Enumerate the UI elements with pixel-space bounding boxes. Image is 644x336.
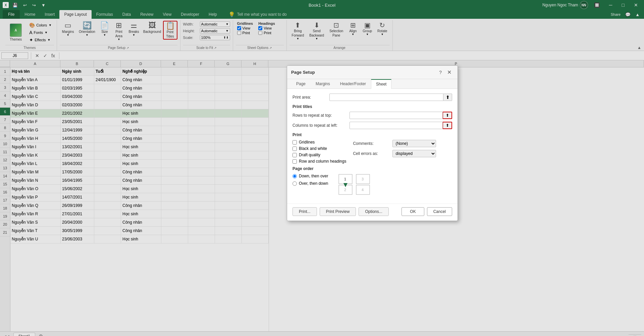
down-then-over-radio[interactable] — [292, 174, 297, 178]
comments-select[interactable]: (None) — [392, 140, 436, 147]
gridlines-option-label: Gridlines — [299, 140, 315, 145]
dialog-footer: Print... Print Preview Options... OK Can… — [287, 204, 458, 221]
print-selects: Co​mments: (None) Cell errors as: displa… — [353, 140, 436, 164]
cell-errors-row: Cell errors as: displayed — [353, 150, 436, 157]
rows-repeat-input[interactable] — [350, 112, 443, 119]
dialog-tab-header-footer[interactable]: Header/Footer — [335, 79, 371, 89]
dialog-title-bar: Page Setup ? ✕ — [287, 66, 458, 79]
comments-row: Co​mments: (None) — [353, 140, 436, 147]
dialog-tabs: Page Margins Header/Footer Sheet — [287, 79, 458, 89]
bw-option-label: Black and white — [299, 146, 327, 151]
dialog-title-text: Page Setup — [291, 70, 315, 75]
page-order-svg: 1 3 2 4 — [338, 174, 372, 195]
print-area-input[interactable] — [329, 94, 443, 101]
print-area-collapse-button[interactable]: ⬆ — [443, 94, 452, 101]
print-titles-section: Print titles Rows to repeat at top: ⬆ Co… — [292, 104, 452, 129]
dialog-title-buttons: ? ✕ — [437, 68, 453, 76]
cols-repeat-input[interactable] — [350, 122, 443, 129]
bw-option-row: Black and white — [292, 146, 346, 151]
svg-text:4: 4 — [362, 188, 364, 192]
print-area-input-group: ⬆ — [329, 94, 452, 101]
cell-errors-label: Cell errors as: — [353, 151, 390, 156]
print-area-row: Print area: ⬆ — [292, 94, 452, 101]
over-then-down-label: Over, then down — [299, 181, 328, 186]
print-section-title: Print — [292, 132, 452, 137]
svg-text:1: 1 — [344, 177, 346, 181]
draft-option-label: Draft quality — [299, 153, 320, 157]
print-options-area: Gridlines Black and white Draft quality — [292, 140, 452, 164]
print-preview-button[interactable]: Print Preview — [320, 207, 356, 216]
comments-label: Co​mments: — [353, 141, 390, 146]
gridlines-checkbox[interactable] — [292, 140, 297, 145]
rows-repeat-collapse-button[interactable]: ⬆ — [443, 112, 452, 119]
svg-text:3: 3 — [362, 177, 364, 181]
row-col-headings-label: Row and column headings — [299, 159, 346, 164]
over-then-down-radio[interactable] — [292, 181, 297, 186]
print-section: Print Gridlines Black and white — [292, 132, 452, 164]
over-then-down-row: Over, then down — [292, 181, 328, 186]
print-button[interactable]: Print... — [292, 207, 317, 216]
options-button[interactable]: Options... — [359, 207, 388, 216]
dialog-overlay: Page Setup ? ✕ Page Margins Header/Foote… — [0, 0, 644, 336]
rows-repeat-input-group: ⬆ — [350, 112, 452, 119]
down-then-over-label: Down, then over — [299, 174, 328, 178]
print-checkboxes: Gridlines Black and white Draft quality — [292, 140, 346, 164]
page-order-diagram: 1 3 2 4 — [338, 174, 372, 196]
cols-repeat-input-group: ⬆ — [350, 122, 452, 129]
dialog-footer-left: Print... Print Preview Options... — [292, 207, 399, 216]
dialog-close-button[interactable]: ✕ — [445, 68, 453, 76]
dialog-body: Print area: ⬆ Print titles Rows to repea… — [287, 89, 458, 201]
cancel-button[interactable]: Cancel — [427, 207, 452, 216]
cols-to-repeat-row: Columns to repeat at left: ⬆ — [292, 122, 452, 129]
down-then-over-row: Down, then over — [292, 174, 328, 178]
page-order-section: Page order Down, then over Over, then do… — [292, 166, 452, 196]
cols-repeat-collapse-button[interactable]: ⬆ — [443, 122, 452, 129]
row-col-headings-checkbox[interactable] — [292, 159, 297, 164]
page-setup-dialog: Page Setup ? ✕ Page Margins Header/Foote… — [287, 65, 458, 221]
row-col-headings-row: Row and column headings — [292, 159, 346, 164]
page-order-section-title: Page order — [292, 166, 452, 171]
cols-repeat-label: Columns to repeat at left: — [292, 123, 350, 128]
cell-errors-select[interactable]: displayed — [392, 150, 436, 157]
svg-text:2: 2 — [344, 188, 346, 192]
gridlines-option-row: Gridlines — [292, 140, 346, 145]
page-order-radio-group: Down, then over Over, then down — [292, 174, 328, 186]
rows-to-repeat-row: Rows to repeat at top: ⬆ — [292, 112, 452, 119]
page-order-options: Down, then over Over, then down — [292, 174, 452, 196]
print-titles-section-title: Print titles — [292, 104, 452, 109]
dialog-help-button[interactable]: ? — [437, 68, 444, 76]
rows-repeat-label: Rows to repeat at top: — [292, 113, 350, 118]
ok-button[interactable]: OK — [401, 207, 424, 216]
dialog-tab-margins[interactable]: Margins — [311, 79, 335, 89]
dialog-tab-page[interactable]: Page — [291, 79, 311, 89]
draft-checkbox[interactable] — [292, 153, 297, 157]
dialog-tab-sheet[interactable]: Sheet — [371, 79, 391, 89]
draft-option-row: Draft quality — [292, 153, 346, 157]
print-area-label: Print area: — [292, 95, 329, 100]
bw-checkbox[interactable] — [292, 147, 297, 151]
